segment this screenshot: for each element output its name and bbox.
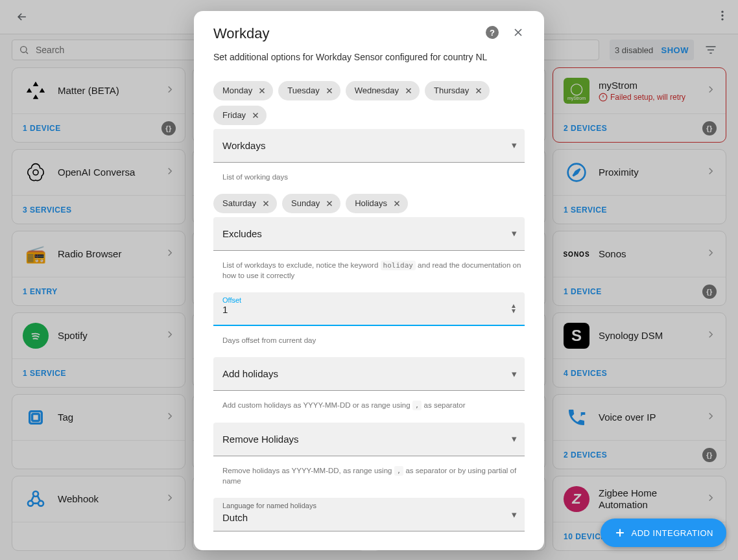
add-integration-button[interactable]: ADD INTEGRATION: [601, 519, 726, 547]
card-foot-label: 3 SERVICES: [23, 205, 71, 215]
chip-sunday[interactable]: Sunday: [282, 194, 340, 213]
webhook-icon: [23, 486, 49, 512]
integration-card-tag[interactable]: Tag: [12, 394, 185, 469]
disabled-filter-chip[interactable]: 3 disabled SHOW: [610, 40, 694, 60]
svg-point-10: [38, 501, 43, 506]
integration-card-synology[interactable]: S Synology DSM 4 DEVICES: [553, 312, 726, 388]
svg-rect-8: [32, 414, 40, 421]
braces-icon[interactable]: {}: [702, 285, 717, 299]
card-title: Radio Browser: [58, 248, 121, 260]
chevron-right-icon: [705, 329, 717, 343]
chip-monday[interactable]: Monday: [213, 81, 273, 100]
voice-icon: [564, 404, 589, 430]
integration-card-webhook[interactable]: Webhook: [12, 476, 185, 551]
svg-point-11: [33, 491, 38, 496]
workdays-chips: MondayTuesdayWednesdayThursdayFriday: [213, 81, 525, 125]
chip-wednesday[interactable]: Wednesday: [346, 81, 420, 100]
integration-card-spotify[interactable]: Spotify 1 SERVICE: [12, 312, 185, 388]
integration-card-mystrom[interactable]: ◯myStrom myStrom Failed setup, will retr…: [553, 67, 726, 143]
chip-holidays[interactable]: Holidays: [346, 194, 408, 213]
add-holidays-select[interactable]: Add holidays ▾: [213, 357, 525, 391]
openai-icon: [23, 159, 49, 185]
card-title: Sonos: [599, 248, 626, 260]
radio-icon: 📻: [23, 241, 49, 267]
card-title: Tag: [58, 412, 73, 423]
card-foot-label: 1 SERVICE: [23, 369, 66, 378]
dropdown-icon: ▾: [512, 433, 517, 445]
filter-icon[interactable]: [704, 43, 717, 59]
chip-saturday[interactable]: Saturday: [213, 194, 277, 213]
disabled-count: 3 disabled: [615, 45, 653, 55]
integration-card-openai[interactable]: OpenAI Conversa 3 SERVICES: [12, 149, 185, 224]
remove-holidays-select[interactable]: Remove Holidays ▾: [213, 423, 525, 456]
offset-input[interactable]: Offset ▲▼: [213, 292, 525, 326]
svg-point-1: [721, 14, 723, 16]
close-icon[interactable]: [512, 26, 525, 41]
card-title: myStrom: [599, 80, 685, 91]
chip-friday[interactable]: Friday: [213, 106, 267, 125]
card-title: Matter (BETA): [58, 85, 119, 97]
svg-point-6: [568, 164, 586, 181]
svg-point-2: [721, 18, 723, 20]
workdays-select[interactable]: Workdays ▾: [213, 129, 525, 163]
search-placeholder: Search: [36, 45, 64, 55]
chip-remove-icon[interactable]: [403, 85, 414, 97]
chip-remove-icon[interactable]: [391, 198, 403, 209]
offset-label: Offset: [222, 296, 499, 304]
chevron-right-icon: [164, 247, 176, 261]
fab-label: ADD INTEGRATION: [632, 528, 713, 538]
sonos-icon: SONOS: [564, 241, 589, 267]
chevron-right-icon: [164, 492, 176, 506]
svg-point-5: [33, 170, 38, 175]
chip-remove-icon[interactable]: [250, 110, 261, 121]
card-foot-label: 2 DEVICES: [564, 450, 607, 460]
excludes-select[interactable]: Excludes ▾: [213, 217, 525, 251]
card-title: Zigbee Home Automation: [599, 487, 693, 511]
zigbee-icon: Z: [564, 486, 589, 512]
synology-icon: S: [564, 323, 589, 349]
chevron-right-icon: [705, 492, 717, 506]
chevron-right-icon: [705, 247, 717, 261]
chip-remove-icon[interactable]: [256, 85, 268, 97]
card-foot-label: 4 DEVICES: [564, 369, 607, 378]
chip-tuesday[interactable]: Tuesday: [278, 81, 340, 100]
braces-icon[interactable]: {}: [702, 121, 717, 135]
integration-card-matter[interactable]: Matter (BETA) 1 DEVICE{}: [12, 67, 185, 143]
offset-value[interactable]: [222, 304, 499, 315]
chip-remove-icon[interactable]: [324, 85, 335, 97]
integration-card-voip[interactable]: Voice over IP 2 DEVICES{}: [553, 394, 726, 469]
workday-dialog: Workday ? Set additional options for Wor…: [194, 11, 544, 550]
integration-card-proximity[interactable]: Proximity 1 SERVICE: [553, 149, 726, 224]
show-button[interactable]: SHOW: [661, 45, 689, 55]
dropdown-icon: ▾: [512, 139, 517, 151]
chip-thursday[interactable]: Thursday: [425, 81, 490, 100]
chevron-right-icon: [705, 410, 717, 425]
card-title: Webhook: [58, 493, 99, 505]
spinner-icon[interactable]: ▲▼: [510, 303, 517, 314]
dropdown-icon: ▾: [512, 228, 517, 239]
integration-card-sonos[interactable]: SONOS Sonos 1 DEVICE{}: [553, 231, 726, 306]
braces-icon[interactable]: {}: [702, 448, 717, 462]
chip-remove-icon[interactable]: [260, 198, 272, 209]
excludes-field-label: Excludes: [222, 228, 262, 239]
workdays-field-label: Workdays: [222, 140, 265, 151]
braces-icon[interactable]: {}: [161, 121, 176, 135]
remove-holidays-helper: Remove holidays as YYYY-MM-DD, as range …: [222, 465, 525, 486]
svg-rect-7: [30, 412, 42, 424]
excludes-helper: List of workdays to exclude, notice the …: [222, 260, 525, 281]
back-button[interactable]: [14, 9, 30, 25]
chip-remove-icon[interactable]: [324, 198, 335, 209]
language-select[interactable]: Language for named holidays Dutch ▾: [213, 498, 525, 531]
overflow-menu-button[interactable]: [716, 9, 729, 25]
language-label: Language for named holidays: [222, 502, 316, 509]
chevron-right-icon: [164, 410, 176, 425]
dialog-description: Set additional options for Workday Senso…: [213, 51, 525, 64]
tag-icon: [23, 404, 49, 430]
help-icon[interactable]: ?: [486, 26, 499, 39]
add-holidays-label: Add holidays: [222, 368, 278, 379]
card-title: Voice over IP: [599, 412, 656, 423]
card-foot-label: 1 SERVICE: [564, 205, 607, 215]
card-foot-label: 1 DEVICE: [23, 124, 61, 133]
chip-remove-icon[interactable]: [473, 85, 484, 97]
integration-card-radio[interactable]: 📻 Radio Browser 1 ENTRY: [12, 231, 185, 306]
